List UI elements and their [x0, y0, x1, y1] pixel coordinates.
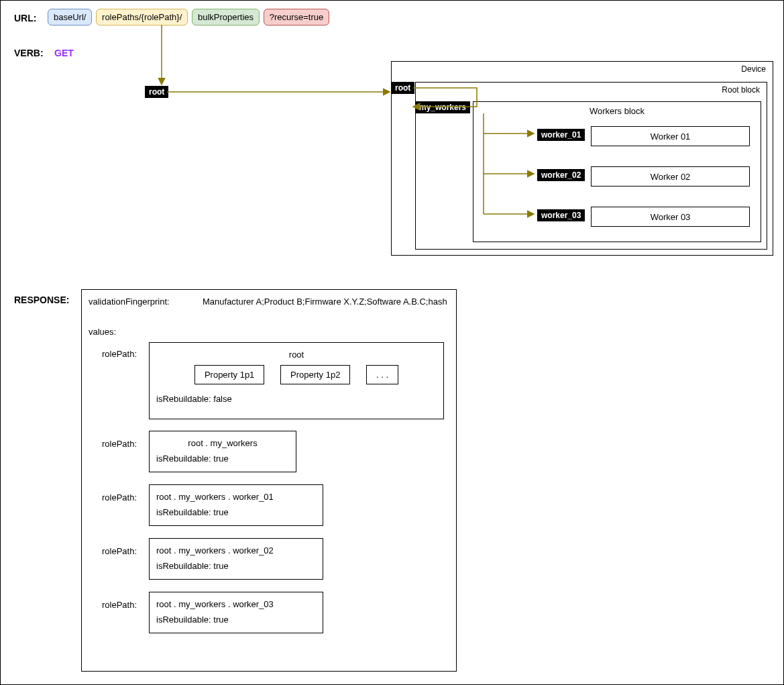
- rolepath-label-1: rolePath:: [102, 439, 137, 449]
- property-cell-ellipsis: . . .: [366, 365, 398, 384]
- rolepath-title-2: root . my_workers . worker_01: [156, 492, 316, 502]
- worker-01-tag: worker_01: [537, 129, 585, 141]
- rolepath-title-0: root: [156, 350, 437, 360]
- rolepath-title-4: root . my_workers . worker_03: [156, 599, 316, 609]
- validation-fingerprint-value: Manufacturer A;Product B;Firmware X.Y.Z;…: [203, 297, 447, 307]
- url-label: URL:: [14, 13, 36, 23]
- isrebuildable-0: isRebuildable: false: [156, 394, 437, 404]
- my-workers-tag: my_workers: [415, 101, 470, 113]
- isrebuildable-3: isRebuildable: true: [156, 561, 316, 571]
- worker-02-tag: worker_02: [537, 169, 585, 181]
- worker-02-box: Worker 02: [591, 166, 750, 187]
- verb-label: VERB:: [14, 48, 44, 58]
- workers-block: Workers block worker_01 Worker 01 worker…: [473, 101, 761, 242]
- rolepath-label-3: rolePath:: [102, 546, 137, 556]
- device-root-tag: root: [391, 82, 414, 94]
- values-label: values:: [89, 327, 116, 337]
- property-cell-2: Property 1p2: [280, 365, 350, 384]
- property-cell-1: Property 1p1: [194, 365, 264, 384]
- device-title: Device: [741, 64, 766, 74]
- verb-value: GET: [54, 48, 74, 58]
- rolepath-label-0: rolePath:: [102, 349, 137, 359]
- worker-03-tag: worker_03: [537, 209, 585, 221]
- rolepath-block-worker02: root . my_workers . worker_02 isRebuilda…: [149, 538, 323, 580]
- root-block: Root block my_workers Workers block work…: [415, 82, 767, 250]
- root-tag-left: root: [145, 86, 168, 98]
- rolepath-block-worker01: root . my_workers . worker_01 isRebuilda…: [149, 484, 323, 526]
- url-part-recurse: ?recurse=true: [264, 9, 330, 25]
- response-label: RESPONSE:: [14, 295, 69, 305]
- worker-03-box: Worker 03: [591, 207, 750, 227]
- rolepath-label-4: rolePath:: [102, 600, 137, 610]
- isrebuildable-4: isRebuildable: true: [156, 615, 316, 625]
- root-block-title: Root block: [722, 85, 760, 95]
- rolepath-label-2: rolePath:: [102, 492, 137, 503]
- isrebuildable-2: isRebuildable: true: [156, 507, 316, 517]
- validation-fingerprint-label: validationFingerprint:: [89, 297, 170, 307]
- rolepath-title-1: root . my_workers: [156, 438, 289, 448]
- isrebuildable-1: isRebuildable: true: [156, 454, 289, 464]
- rolepath-block-root: root Property 1p1 Property 1p2 . . . isR…: [149, 342, 444, 419]
- url-part-bulkproperties: bulkProperties: [192, 9, 260, 25]
- url-part-baseurl: baseUrl/: [48, 9, 92, 25]
- worker-01-box: Worker 01: [591, 126, 750, 146]
- workers-block-title: Workers block: [473, 106, 761, 116]
- rolepath-title-3: root . my_workers . worker_02: [156, 545, 316, 556]
- rolepath-block-myworkers: root . my_workers isRebuildable: true: [149, 431, 296, 472]
- response-panel: validationFingerprint: Manufacturer A;Pr…: [81, 289, 457, 672]
- device-panel: Device root Root block my_workers Worker…: [391, 61, 773, 256]
- rolepath-block-worker03: root . my_workers . worker_03 isRebuilda…: [149, 592, 323, 633]
- url-part-rolepaths: rolePaths/{rolePath}/: [96, 9, 188, 25]
